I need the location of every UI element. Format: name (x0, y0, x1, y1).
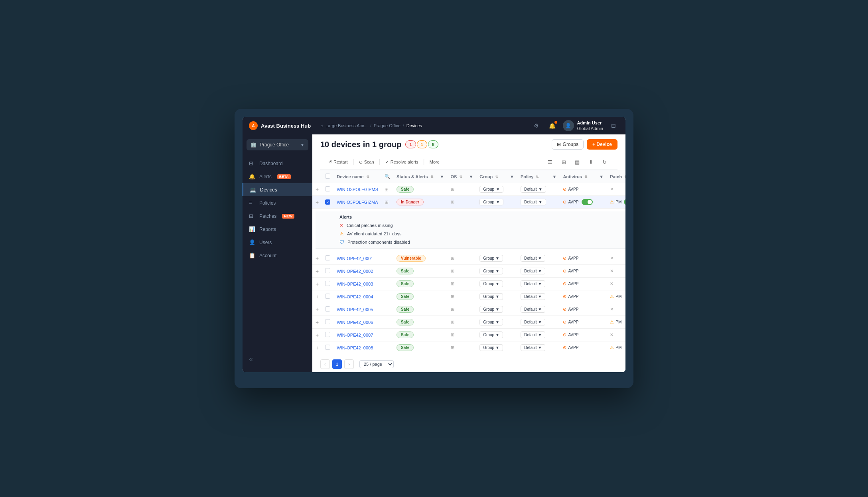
device-link[interactable]: WIN-O3POLFGIZMA (337, 200, 378, 205)
policy-dropdown[interactable]: Default ▼ (521, 344, 545, 351)
resolve-alerts-button[interactable]: ✓ Resolve alerts (385, 160, 418, 165)
row-checkbox[interactable] (325, 306, 330, 312)
row-checkbox[interactable] (325, 255, 330, 260)
policy-dropdown[interactable]: Default ▼ (521, 268, 545, 274)
prev-page-button[interactable]: ‹ (320, 359, 330, 369)
refresh-icon[interactable]: ↻ (599, 157, 610, 167)
add-device-row-icon[interactable]: + (316, 199, 319, 205)
col-policy-filter[interactable]: ▼ (549, 170, 560, 183)
col-patch-header[interactable]: Patch ⇅ (607, 170, 625, 183)
row-checkbox[interactable] (325, 281, 330, 286)
policy-dropdown[interactable]: Default ▼ (521, 255, 545, 262)
restart-button[interactable]: ↺ Restart (328, 160, 347, 165)
next-page-button[interactable]: › (344, 359, 354, 369)
notifications-icon[interactable]: 🔔 (547, 120, 558, 131)
row-checkbox[interactable] (325, 294, 330, 299)
row-checkbox[interactable] (325, 332, 330, 337)
select-all-checkbox[interactable] (325, 174, 330, 179)
group-dropdown[interactable]: Group ▼ (479, 186, 503, 193)
check-cell[interactable] (322, 183, 333, 196)
policy-dropdown[interactable]: Default ▼ (521, 319, 545, 325)
scan-button[interactable]: ⊙ Scan (359, 160, 374, 165)
col-status-header[interactable]: Status & Alerts ⇅ (393, 170, 437, 183)
policy-dropdown[interactable]: Default ▼ (521, 280, 545, 287)
device-link[interactable]: WIN-OPE42_0001 (337, 256, 373, 261)
col-group-filter[interactable]: ▼ (507, 170, 517, 183)
page-1-button[interactable]: 1 (332, 359, 342, 369)
col-search-header[interactable]: 🔍 (381, 170, 393, 183)
group-dropdown[interactable]: Group ▼ (479, 331, 503, 338)
grid-view-icon[interactable]: ▦ (572, 157, 582, 167)
device-link[interactable]: WIN-OPE42_0004 (337, 294, 373, 299)
per-page-dropdown[interactable]: 25 / page 50 / page 100 / page (359, 360, 394, 368)
group-cell[interactable]: Group ▼ (476, 183, 507, 196)
col-status-filter[interactable]: ▼ (437, 170, 448, 183)
sidebar-item-policies[interactable]: ≡ Policies (243, 196, 312, 209)
group-dropdown[interactable]: Group ▼ (479, 255, 503, 262)
row-checkbox[interactable] (325, 268, 330, 273)
group-dropdown[interactable]: Group ▼ (479, 268, 503, 274)
group-dropdown[interactable]: Group ▼ (479, 280, 503, 287)
policy-cell[interactable]: Default ▼ (517, 183, 549, 196)
sidebar-item-devices[interactable]: 💻 Devices (243, 183, 312, 196)
col-os-header[interactable]: OS ⇅ (448, 170, 466, 183)
col-check-header[interactable] (322, 170, 333, 183)
device-link[interactable]: WIN-O3POLFGIPMS (337, 187, 378, 192)
list-view-icon[interactable]: ☰ (545, 157, 555, 167)
group-dropdown[interactable]: Group ▼ (479, 199, 503, 205)
sidebar-item-patches[interactable]: ⊟ Patches NEW (243, 209, 312, 223)
sidebar-item-dashboard[interactable]: ⊞ Dashboard (243, 157, 312, 170)
settings-icon[interactable]: ⚙ (531, 120, 542, 131)
policy-dropdown[interactable]: Default ▼ (521, 331, 545, 338)
sidebar-item-users[interactable]: 👤 Users (243, 236, 312, 249)
row-checkbox[interactable]: ✓ (325, 199, 330, 205)
device-link[interactable]: WIN-OPE42_0005 (337, 307, 373, 312)
policy-dropdown[interactable]: Default ▼ (521, 186, 546, 193)
add-device-row-icon[interactable]: + (316, 186, 319, 193)
menu-icon[interactable]: ⊟ (608, 120, 619, 131)
device-link[interactable]: WIN-OPE42_0003 (337, 282, 373, 286)
col-device-header[interactable]: Device name ⇅ (333, 170, 381, 183)
groups-button[interactable]: ⊞ Groups (552, 139, 584, 150)
add-cell[interactable]: + (312, 183, 322, 196)
columns-icon[interactable]: ⊞ (558, 157, 569, 167)
breadcrumb-item-1[interactable]: Large Business Acc... (326, 123, 368, 128)
policy-dropdown[interactable]: Default ▼ (521, 199, 546, 205)
device-link[interactable]: WIN-OPE42_0007 (337, 333, 373, 337)
group-dropdown[interactable]: Group ▼ (479, 293, 503, 300)
add-cell[interactable]: + (312, 252, 322, 265)
add-device-button[interactable]: + Device (587, 139, 617, 150)
col-group-header[interactable]: Group ⇅ (476, 170, 507, 183)
group-cell[interactable]: Group ▼ (476, 196, 507, 209)
device-link[interactable]: WIN-OPE42_0008 (337, 345, 373, 350)
more-button[interactable]: More (430, 160, 440, 164)
group-dropdown[interactable]: Group ▼ (479, 319, 503, 325)
add-cell[interactable]: + (312, 196, 322, 209)
policy-dropdown[interactable]: Default ▼ (521, 306, 545, 313)
col-policy-header[interactable]: Policy ⇅ (517, 170, 549, 183)
group-dropdown[interactable]: Group ▼ (479, 306, 503, 313)
row-checkbox[interactable] (325, 186, 330, 191)
breadcrumb-item-2[interactable]: Prague Office (374, 123, 400, 128)
group-dropdown[interactable]: Group ▼ (479, 344, 503, 351)
patch-toggle[interactable] (624, 199, 625, 205)
policy-cell[interactable]: Default ▼ (517, 196, 549, 209)
check-cell[interactable]: ✓ (322, 196, 333, 209)
office-selector[interactable]: 🏢 Prague Office ▼ (247, 139, 308, 150)
sidebar-item-alerts[interactable]: 🔔 Alerts BETA (243, 170, 312, 183)
row-checkbox[interactable] (325, 319, 330, 324)
row-checkbox[interactable] (325, 345, 330, 350)
sidebar-item-reports[interactable]: 📊 Reports (243, 223, 312, 236)
sidebar-collapse-button[interactable]: « (243, 351, 312, 367)
sidebar-item-account[interactable]: 📋 Account (243, 249, 312, 262)
download-icon[interactable]: ⬇ (586, 157, 596, 167)
av-toggle[interactable] (582, 199, 593, 205)
device-link[interactable]: WIN-OPE42_0006 (337, 320, 373, 325)
check-cell[interactable] (322, 252, 333, 265)
col-av-filter[interactable]: ▼ (596, 170, 607, 183)
policy-dropdown[interactable]: Default ▼ (521, 293, 545, 300)
col-antivirus-header[interactable]: Antivirus ⇅ (560, 170, 596, 183)
per-page-selector[interactable]: 25 / page 50 / page 100 / page (359, 360, 394, 368)
col-os-filter[interactable]: ▼ (466, 170, 476, 183)
device-link[interactable]: WIN-OPE42_0002 (337, 269, 373, 274)
